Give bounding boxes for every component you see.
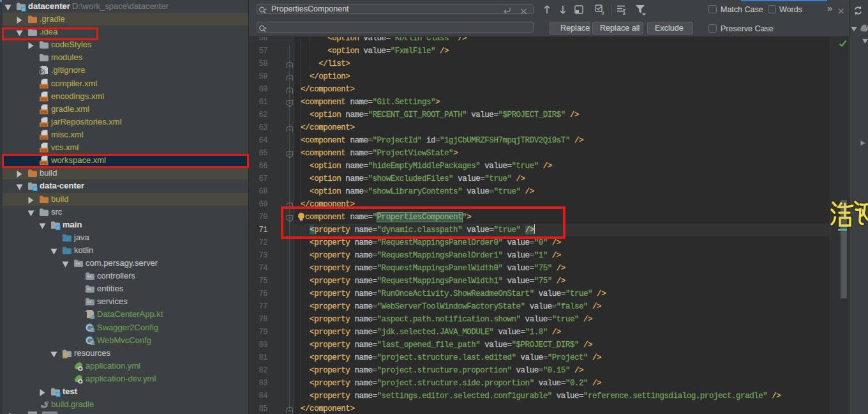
svg-text:<>: <> — [41, 84, 47, 89]
svg-text:<>: <> — [41, 109, 47, 114]
svg-text:<>: <> — [41, 135, 47, 140]
svg-text:<>: <> — [41, 96, 47, 102]
svg-text:II: II — [601, 10, 604, 15]
svg-text:<>: <> — [41, 148, 47, 153]
svg-text:<>: <> — [41, 122, 47, 127]
